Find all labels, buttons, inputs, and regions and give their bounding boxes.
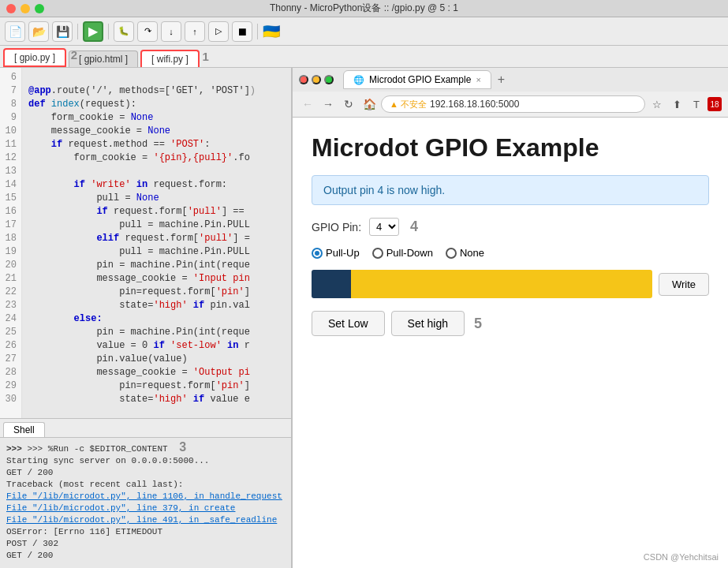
- bar-low-segment: [312, 270, 351, 298]
- pull-radio-group: Pull-Up Pull-Down None: [312, 247, 709, 259]
- title-bar: Thonny - MicroPython设备 :: /gpio.py @ 5 :…: [0, 0, 728, 17]
- browser-content: Microdot GPIO Example Output pin 4 is no…: [293, 118, 728, 568]
- browser-tab-bar: 🌐 Microdot GPIO Example × +: [293, 68, 728, 92]
- pull-down-radio-dot: [372, 248, 383, 259]
- resume-button[interactable]: ▷: [208, 21, 229, 42]
- line-numbers: 6 7 8 9 10 11 12 13 14 15 16 17 18 19: [0, 68, 22, 418]
- content-row: 6 7 8 9 10 11 12 13 14 15 16 17 18 19: [0, 68, 728, 568]
- debug-button[interactable]: 🐛: [114, 21, 134, 42]
- shell-link-1[interactable]: File "/lib/microdot.py", line 1106, in h…: [6, 491, 285, 503]
- separator-2: [108, 24, 109, 39]
- browser-chrome: 🌐 Microdot GPIO Example × + ← → ↻ 🏠 ▲ 不安…: [293, 68, 728, 118]
- shell-line-post: POST / 302: [6, 538, 285, 550]
- separator-3: [257, 24, 258, 39]
- shell-line-3: Traceback (most recent call last):: [6, 479, 285, 491]
- set-low-button[interactable]: Set Low: [312, 311, 385, 336]
- status-message: Output pin 4 is now high.: [312, 175, 709, 205]
- address-bar[interactable]: ▲ 不安全 192.168.18.160:5000: [381, 95, 645, 113]
- close-button[interactable]: [6, 4, 16, 13]
- page-heading: Microdot GPIO Example: [312, 133, 709, 163]
- shell-line-1: Starting sync server on 0.0.0.0:5000...: [6, 455, 285, 467]
- browser-min-button[interactable]: [312, 75, 321, 84]
- browser-close-button[interactable]: [299, 75, 308, 84]
- share-button[interactable]: ⬆: [668, 95, 685, 113]
- new-button[interactable]: 📄: [5, 21, 25, 42]
- shell-line-error: OSError: [Errno 116] ETIMEDOUT: [6, 526, 285, 538]
- gpio-pin-label: GPIO Pin:: [312, 221, 361, 234]
- code-editor: 6 7 8 9 10 11 12 13 14 15 16 17 18 19: [0, 68, 292, 418]
- shell-content[interactable]: >>> >>> %Run -c $EDITOR_CONTENT 3 Starti…: [0, 438, 291, 568]
- set-high-button[interactable]: Set high: [391, 311, 465, 336]
- watermark: CSDN @Yehchitsai: [644, 552, 719, 562]
- run-button[interactable]: ▶: [83, 21, 103, 42]
- home-button[interactable]: 🏠: [360, 95, 378, 113]
- stop-button[interactable]: ⏹: [232, 21, 252, 42]
- none-radio-dot: [446, 248, 457, 259]
- shell-line-get: GET / 200: [6, 550, 285, 562]
- save-button[interactable]: 💾: [52, 21, 73, 42]
- annotation-4: 4: [410, 219, 418, 235]
- minimize-button[interactable]: [21, 4, 30, 13]
- toolbar: 📄 📂 💾 ▶ 🐛 ↷ ↓ ↑ ▷ ⏹ 🇺🇦: [0, 17, 728, 46]
- none-radio[interactable]: None: [446, 247, 484, 259]
- open-button[interactable]: 📂: [28, 21, 49, 42]
- shell-tab-bar: Shell: [0, 419, 291, 438]
- step-out-button[interactable]: ↑: [185, 21, 205, 42]
- step-over-button[interactable]: ↷: [137, 21, 158, 42]
- shell-line-2: GET / 200: [6, 467, 285, 479]
- nav-icons: ☆ ⬆ T 18: [648, 95, 722, 113]
- extension-button[interactable]: 18: [707, 97, 722, 111]
- shell-command: >>> %Run -c $EDITOR_CONTENT: [27, 444, 167, 454]
- tab-annotation-2: 2: [71, 48, 77, 62]
- editor-tabs: [ gpio.py ] 2 [ gpio.html ] [ wifi.py ] …: [0, 46, 728, 68]
- tab-gpio-html[interactable]: [ gpio.html ]: [69, 50, 138, 67]
- new-tab-button[interactable]: +: [495, 73, 508, 87]
- left-panel: 6 7 8 9 10 11 12 13 14 15 16 17 18 19: [0, 68, 292, 568]
- shell-link-2[interactable]: File "/lib/microdot.py", line 379, in cr…: [6, 503, 285, 514]
- address-text: 192.168.18.160:5000: [430, 99, 519, 110]
- main-content: 6 7 8 9 10 11 12 13 14 15 16 17 18 19: [0, 68, 728, 568]
- code-content[interactable]: @app.route('/', methods=['GET', 'POST'])…: [22, 68, 291, 418]
- back-button[interactable]: ←: [299, 95, 316, 113]
- step-into-button[interactable]: ↓: [161, 21, 181, 42]
- browser-active-tab[interactable]: 🌐 Microdot GPIO Example ×: [343, 70, 491, 89]
- value-bar: [312, 270, 652, 298]
- shell-tab[interactable]: Shell: [3, 422, 45, 437]
- tab-annotation-1: 1: [202, 50, 208, 63]
- pull-up-radio-dot: [312, 248, 323, 259]
- maximize-button[interactable]: [35, 4, 44, 13]
- annotation-5: 5: [474, 316, 482, 332]
- reload-button[interactable]: ↻: [340, 95, 357, 113]
- write-button[interactable]: Write: [659, 273, 709, 296]
- gpio-pin-row: GPIO Pin: 4 4: [312, 218, 709, 236]
- annotation-3: 3: [179, 440, 186, 454]
- browser-panel: 🌐 Microdot GPIO Example × + ← → ↻ 🏠 ▲ 不安…: [292, 68, 728, 568]
- tab-gpio-py[interactable]: [ gpio.py ] 2: [3, 48, 66, 67]
- flag-icon: 🇺🇦: [263, 23, 280, 40]
- forward-button[interactable]: →: [319, 95, 337, 113]
- window-title: Thonny - MicroPython设备 :: /gpio.py @ 5 :…: [270, 2, 458, 15]
- tab-wifi-py[interactable]: [ wifi.py ] 1: [140, 50, 200, 67]
- shell-prompt-line: >>> >>> %Run -c $EDITOR_CONTENT 3: [6, 441, 285, 455]
- action-buttons: Set Low Set high 5: [312, 311, 709, 336]
- pull-down-radio[interactable]: Pull-Down: [372, 247, 433, 259]
- pull-up-radio[interactable]: Pull-Up: [312, 247, 360, 259]
- browser-max-button[interactable]: [324, 75, 334, 84]
- bar-high-segment: [351, 270, 652, 298]
- shell-link-3[interactable]: File "/lib/microdot.py", line 491, in _s…: [6, 514, 285, 526]
- browser-tab-title: Microdot GPIO Example: [369, 74, 471, 85]
- gpio-pin-select[interactable]: 4: [369, 218, 399, 236]
- browser-tab-close-icon[interactable]: ×: [476, 75, 480, 84]
- window-controls: [6, 4, 44, 13]
- bookmark-button[interactable]: ☆: [648, 95, 666, 113]
- shell-panel: Shell >>> >>> %Run -c $EDITOR_CONTENT 3 …: [0, 418, 292, 568]
- value-bar-row: Write: [312, 270, 709, 298]
- browser-nav: ← → ↻ 🏠 ▲ 不安全 192.168.18.160:5000 ☆ ⬆ T …: [293, 92, 728, 117]
- translate-button[interactable]: T: [688, 95, 705, 113]
- separator-1: [77, 24, 78, 39]
- security-warning-icon: ▲ 不安全: [390, 99, 427, 110]
